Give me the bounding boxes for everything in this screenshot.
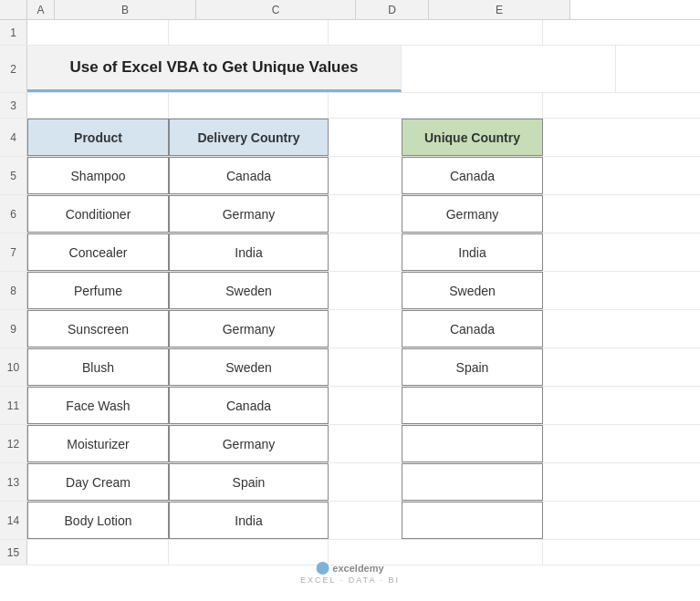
cell-c14[interactable]: India [169,502,329,539]
cell-e8[interactable]: Sweden [402,272,543,309]
grid-row-14: 14 Body Lotion India [0,502,700,540]
row-num-8: 8 [0,272,27,309]
grid-row-4: 4 Product Delivery Country Unique Countr… [0,119,700,157]
cell-e6[interactable]: Germany [402,195,543,233]
cell-e15[interactable] [402,540,543,565]
cell-c5[interactable]: Canada [169,157,329,194]
cell-e2[interactable] [475,46,616,92]
row-num-5: 5 [0,157,27,194]
cell-d7[interactable] [329,233,402,271]
cell-c10[interactable]: Sweden [169,348,329,386]
row-num-2: 2 [0,46,27,92]
cell-d9[interactable] [329,310,402,347]
cell-b6[interactable]: Conditioner [27,195,169,233]
col-header-a: A [27,0,55,19]
corner-cell [0,0,27,19]
row-num-3: 3 [0,93,27,118]
col-header-c: C [196,0,356,19]
watermark: exceldemy EXCEL · DATA · BI [300,562,400,585]
grid-row-6: 6 Conditioner Germany Germany [0,195,700,233]
cell-b1[interactable] [27,20,169,45]
watermark-brand: exceldemy [332,563,383,574]
grid-row-1: 1 [0,20,700,46]
cell-c6[interactable]: Germany [169,195,329,233]
grid-row-10: 10 Blush Sweden Spain [0,348,700,387]
cell-b14[interactable]: Body Lotion [27,502,169,539]
watermark-logo-icon [316,562,329,575]
cell-b8[interactable]: Perfume [27,272,169,309]
cell-c15[interactable] [169,540,329,565]
cell-d12[interactable] [329,425,402,462]
cell-d6[interactable] [329,195,402,233]
cell-b10[interactable]: Blush [27,348,169,386]
cell-b9[interactable]: Sunscreen [27,310,169,347]
cell-d3[interactable] [329,93,402,118]
cell-e1[interactable] [402,20,543,45]
cell-b12[interactable]: Moisturizer [27,425,169,462]
row-num-4: 4 [0,119,27,156]
grid-row-5: 5 Shampoo Canada Canada [0,157,700,195]
header-product: Product [27,119,169,156]
cell-e7[interactable]: India [402,233,543,271]
cell-c1[interactable] [169,20,329,45]
cell-b3[interactable] [27,93,169,118]
grid-row-8: 8 Perfume Sweden Sweden [0,272,700,310]
header-delivery: Delivery Country [169,119,329,156]
cell-c13[interactable]: Spain [169,463,329,501]
cell-d4[interactable] [329,119,402,156]
header-unique: Unique Country [402,119,543,156]
cell-d5[interactable] [329,157,402,194]
grid-row-3: 3 [0,93,700,119]
cell-b13[interactable]: Day Cream [27,463,169,501]
cell-e10[interactable]: Spain [402,348,543,386]
row-num-14: 14 [0,502,27,539]
row-num-1: 1 [0,20,27,45]
cell-e5[interactable]: Canada [402,157,543,194]
cell-b7[interactable]: Concealer [27,233,169,271]
row-num-13: 13 [0,463,27,501]
cell-e14[interactable] [402,502,543,539]
row-num-10: 10 [0,348,27,386]
cell-d14[interactable] [329,502,402,539]
cell-b15[interactable] [27,540,169,565]
cell-d15[interactable] [329,540,402,565]
cell-c11[interactable]: Canada [169,387,329,424]
cell-c8[interactable]: Sweden [169,272,329,309]
row-num-7: 7 [0,233,27,271]
cell-d2[interactable] [402,46,475,92]
cell-d1[interactable] [329,20,402,45]
cell-e3[interactable] [402,93,543,118]
cell-c12[interactable]: Germany [169,425,329,462]
column-headers-row: A B C D E [0,0,700,20]
cell-c3[interactable] [169,93,329,118]
grid-row-11: 11 Face Wash Canada [0,387,700,425]
cell-b11[interactable]: Face Wash [27,387,169,424]
cell-d10[interactable] [329,348,402,386]
cell-c9[interactable]: Germany [169,310,329,347]
row-num-6: 6 [0,195,27,233]
row-num-12: 12 [0,425,27,462]
row-num-15: 15 [0,540,27,565]
cell-d11[interactable] [329,387,402,424]
watermark-tagline: EXCEL · DATA · BI [300,575,400,585]
row-num-11: 11 [0,387,27,424]
col-header-d: D [356,0,429,19]
cell-e13[interactable] [402,463,543,501]
cell-e9[interactable]: Canada [402,310,543,347]
col-header-b: B [55,0,196,19]
cell-d13[interactable] [329,463,402,501]
grid-row-13: 13 Day Cream Spain [0,463,700,502]
cell-c7[interactable]: India [169,233,329,271]
grid-row-12: 12 Moisturizer Germany [0,425,700,463]
spreadsheet: A B C D E 1 2 Use of Excel VBA to Get Un… [0,0,700,601]
page-title: Use of Excel VBA to Get Unique Values [27,46,402,92]
cell-b5[interactable]: Shampoo [27,157,169,194]
row-num-9: 9 [0,310,27,347]
cell-d8[interactable] [329,272,402,309]
grid-row-9: 9 Sunscreen Germany Canada [0,310,700,348]
grid-row-2: 2 Use of Excel VBA to Get Unique Values [0,46,700,93]
cell-e11[interactable] [402,387,543,424]
cell-e12[interactable] [402,425,543,462]
grid-row-7: 7 Concealer India India [0,233,700,272]
col-header-e: E [429,0,570,19]
